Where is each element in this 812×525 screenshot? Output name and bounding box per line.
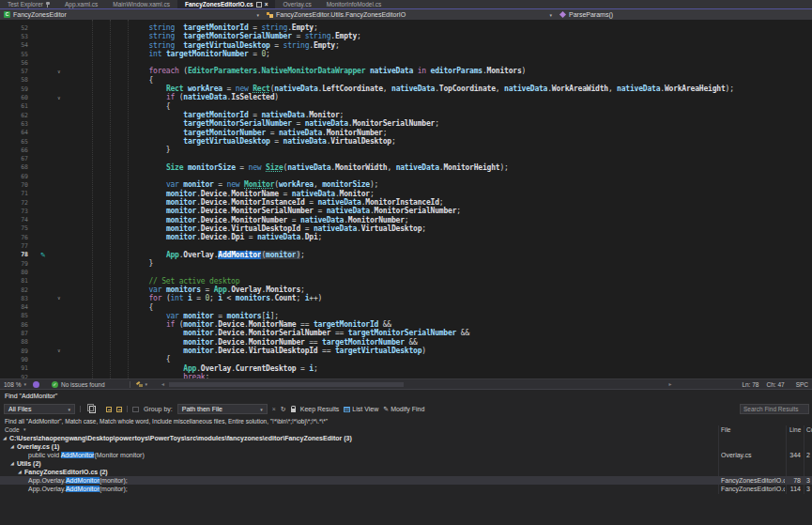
line-number: 91: [0, 364, 33, 372]
column-header-col[interactable]: Col: [806, 425, 812, 434]
code-text: App.Overlay.CurrentDesktop = i;: [72, 364, 318, 373]
result-group-row[interactable]: ◢Utils (2): [0, 459, 812, 468]
tree-expanded-icon[interactable]: ◢: [3, 434, 7, 442]
result-group-row[interactable]: ◢FancyZonesEditorIO.cs (2): [0, 468, 812, 476]
code-cleanup-icon[interactable]: [136, 382, 143, 387]
document-tab-test-explorer[interactable]: Test Explorer: [0, 0, 57, 8]
document-tab-app-xaml-cs[interactable]: App.xaml.cs: [57, 0, 105, 8]
clear-results-icon[interactable]: ×: [272, 406, 276, 412]
chevron-down-icon[interactable]: ▾: [549, 12, 552, 18]
line-number: 61: [0, 102, 33, 110]
column-header-file[interactable]: File: [721, 425, 730, 434]
code-text: targetMonitorId = nativeData.Monitor;: [72, 111, 344, 119]
tree-expanded-icon[interactable]: ◢: [18, 468, 22, 476]
code-editor[interactable]: 52 string targetMonitorId = string.Empty…: [0, 20, 812, 378]
code-text: targetMonitorNumber = nativeData.Monitor…: [72, 129, 387, 137]
line-number: 80: [0, 269, 33, 276]
code-line: 66 }: [0, 146, 812, 154]
copy-icon[interactable]: [89, 406, 96, 413]
document-health-icon[interactable]: [33, 381, 39, 388]
result-match-row[interactable]: App.Overlay.AddMonitor(monitor);FancyZon…: [0, 476, 812, 485]
tab-label: FancyZonesEditorIO.cs: [185, 1, 253, 8]
zoom-dropdown-icon[interactable]: ▾: [23, 381, 26, 387]
search-find-results-input[interactable]: [740, 404, 809, 414]
fold-chevron-icon[interactable]: ∨: [54, 296, 72, 301]
group-by-value: Path then File: [182, 406, 222, 412]
fold-chevron-icon[interactable]: ∨: [54, 69, 72, 74]
document-tab-mainwindow-xaml-cs[interactable]: MainWindow.xaml.cs: [105, 0, 177, 8]
find-results-panel: Find "AddMonitor" All Files ▾ Group by: …: [0, 389, 812, 525]
result-group-row[interactable]: ◢C:\Users\zhaopengwang\Desktop\powertoys…: [0, 434, 812, 442]
find-results-grid: Code ▾ File Line Col ◢C:\Users\zhaopengw…: [0, 425, 812, 493]
code-text: monitor.Device.MonitorNumber == targetMo…: [72, 338, 418, 347]
divider: [130, 381, 130, 388]
group-by-dropdown[interactable]: Path then File ▾: [177, 404, 268, 414]
result-match-row[interactable]: public void AddMonitor(Monitor monitor)O…: [0, 451, 812, 459]
code-text: App.Overlay.AddMonitor(monitor);: [72, 251, 305, 259]
code-line: 63 targetMonitorSerialNumber = nativeDat…: [0, 119, 812, 128]
tree-expanded-icon[interactable]: ◢: [10, 459, 14, 468]
scroll-left-icon[interactable]: ◄: [161, 381, 165, 387]
code-line: 84 {: [0, 303, 812, 312]
code-line: 88 monitor.Device.MonitorNumber == targe…: [0, 338, 812, 347]
code-line: 52 string targetMonitorId = string.Empty…: [0, 23, 812, 32]
pin-icon[interactable]: [46, 2, 50, 8]
code-text: // Set active desktop: [72, 277, 239, 286]
code-line: 61 {: [0, 102, 812, 111]
result-match-row[interactable]: App.Overlay.AddMonitor(monitor);FancyZon…: [0, 485, 812, 493]
chevron-down-icon[interactable]: ▾: [23, 425, 26, 434]
code-text: if (nativeData.IsSelected): [72, 93, 279, 101]
list-view-label: List View: [352, 406, 378, 412]
match-line: 114: [785, 485, 801, 493]
navigation-bar: C FancyZonesEditor ▾ FancyZonesEditor.Ut…: [0, 8, 812, 20]
repeat-find-icon[interactable]: ↻: [281, 406, 286, 412]
project-dropdown[interactable]: C FancyZonesEditor ▾: [0, 9, 263, 20]
health-status[interactable]: No issues found: [61, 381, 105, 388]
code-line: 83∨ for (int i = 0; i < monitors.Count; …: [0, 294, 812, 302]
chevron-down-icon[interactable]: ▾: [256, 12, 259, 18]
fold-chevron-icon[interactable]: ∨: [54, 96, 72, 100]
member-dropdown[interactable]: ParseParams(): [556, 9, 812, 20]
collapse-all-icon[interactable]: [106, 407, 112, 412]
results-header-row: Code ▾ File Line Col: [0, 425, 812, 434]
scrollbar-thumb[interactable]: [169, 382, 404, 387]
document-tab-overlay-cs[interactable]: Overlay.cs: [275, 0, 318, 8]
code-line: 76 monitor.Device.Dpi = nativeData.Dpi;: [0, 233, 812, 241]
code-cleanup-dropdown-icon[interactable]: ▾: [146, 381, 148, 387]
type-dropdown[interactable]: FancyZonesEditor.Utils.FancyZonesEditorI…: [263, 9, 556, 20]
code-line: 89∨ monitor.Device.VirtualDesktopId == t…: [0, 347, 812, 355]
match-col: 3: [806, 485, 812, 493]
document-tab-monitorinfomodel-cs[interactable]: MonitorInfoModel.cs: [319, 0, 390, 8]
zoom-level[interactable]: 108 %: [4, 381, 21, 388]
document-tab-fancyzoneseditorio-cs[interactable]: FancyZonesEditorIO.cs×: [177, 0, 275, 8]
group-label: Utils (2): [17, 459, 41, 468]
match-file: FancyZonesEditorIO.cs: [721, 485, 785, 493]
modify-find-button[interactable]: ✎ Modify Find: [383, 406, 424, 413]
scroll-right-icon[interactable]: ►: [667, 381, 672, 387]
code-line: 79 }: [0, 259, 812, 268]
lock-icon[interactable]: [291, 409, 296, 412]
line-number: 90: [0, 356, 33, 363]
tree-expanded-icon[interactable]: ◢: [10, 442, 14, 451]
project-name: FancyZonesEditor: [13, 11, 67, 18]
class-icon: [267, 11, 273, 18]
preserve-case-icon[interactable]: [132, 407, 139, 412]
method-icon: [559, 11, 566, 18]
line-number: 74: [0, 216, 33, 224]
code-text: foreach (EditorParameters.NativeMonitorD…: [72, 67, 526, 75]
column-header-line[interactable]: Line: [789, 425, 801, 434]
column-header-code[interactable]: Code: [5, 425, 20, 434]
code-line: 87 monitor.Device.MonitorSerialNumber ==…: [0, 329, 812, 337]
result-group-row[interactable]: ◢Overlay.cs (1): [0, 442, 812, 451]
match-col: 3: [806, 476, 812, 485]
code-text: var monitor = monitors[i];: [72, 312, 279, 320]
close-icon[interactable]: ×: [265, 2, 268, 8]
keep-results-button[interactable]: Keep Results: [300, 406, 340, 412]
list-view-button[interactable]: List View: [344, 406, 378, 412]
fold-chevron-icon[interactable]: ∨: [54, 348, 72, 353]
horizontal-scrollbar[interactable]: [167, 380, 666, 389]
code-text: monitor.Device.MonitorInstanceId = nativ…: [72, 198, 443, 207]
code-text: }: [72, 146, 170, 154]
scope-dropdown[interactable]: All Files ▾: [4, 404, 75, 414]
expand-all-icon[interactable]: [116, 407, 122, 412]
